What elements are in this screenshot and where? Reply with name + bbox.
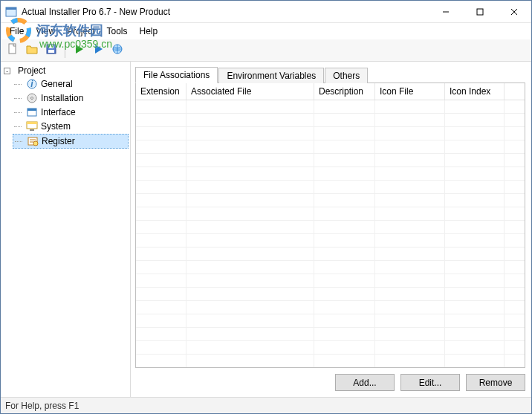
table-cell (375, 274, 445, 287)
table-cell (314, 261, 375, 274)
tree-item-register[interactable]: Register (13, 134, 129, 149)
tree-root-label: Project (18, 65, 45, 76)
table-row[interactable] (136, 114, 525, 127)
table-row[interactable] (136, 100, 525, 114)
add-button[interactable]: Add... (335, 374, 395, 391)
table-cell (314, 194, 375, 207)
tab-file-associations[interactable]: File Associations (135, 67, 218, 83)
menu-project[interactable]: Project (61, 25, 100, 38)
svg-rect-21 (30, 129, 34, 131)
column-icon-file[interactable]: Icon File (375, 83, 445, 100)
tree-item-label: System (41, 121, 71, 132)
table-body[interactable] (136, 100, 525, 367)
table-cell (445, 355, 505, 367)
table-cell (136, 154, 186, 166)
table-row[interactable] (136, 194, 525, 207)
tree-item-general[interactable]: iGeneral (13, 77, 129, 91)
main-panel: File AssociationsEnvironment VariablesOt… (131, 62, 531, 397)
play-blue-button[interactable] (89, 42, 107, 59)
table-cell (445, 100, 505, 113)
tree-children: iGeneralInstallationInterfaceSystemRegis… (2, 77, 129, 149)
remove-button[interactable]: Remove (466, 374, 525, 391)
save-button[interactable] (42, 42, 60, 59)
table-cell (136, 194, 186, 207)
table-buttons: Add... Edit... Remove (135, 368, 525, 392)
status-text: For Help, press F1 (5, 401, 79, 411)
table-cell (314, 207, 375, 220)
column-description[interactable]: Description (314, 83, 375, 100)
tree-item-label: Installation (41, 93, 83, 103)
titlebar: Actual Installer Pro 6.7 - New Product (1, 1, 531, 23)
tree-line (14, 126, 22, 127)
file-associations-table[interactable]: ExtensionAssociated FileDescriptionIcon … (135, 83, 525, 368)
svg-point-23 (33, 141, 38, 146)
tree-item-interface[interactable]: Interface (13, 106, 129, 119)
menu-tools[interactable]: Tools (101, 25, 134, 38)
table-row[interactable] (136, 274, 525, 288)
table-row[interactable] (136, 181, 525, 194)
project-tree[interactable]: - Project iGeneralInstallationInterfaceS… (1, 62, 131, 397)
tree-toggle[interactable]: - (4, 68, 10, 74)
table-row[interactable] (136, 261, 525, 274)
table-cell (186, 140, 314, 153)
edit-button[interactable]: Edit... (400, 374, 460, 391)
column-extension[interactable]: Extension (136, 83, 186, 100)
table-cell (136, 140, 186, 153)
table-cell (445, 314, 505, 327)
tree-item-installation[interactable]: Installation (13, 91, 129, 105)
table-row[interactable] (136, 355, 525, 367)
globe-button[interactable] (108, 42, 126, 59)
table-cell (314, 114, 375, 126)
table-cell (375, 248, 445, 260)
table-cell (314, 328, 375, 340)
table-cell (375, 194, 445, 207)
table-cell (136, 221, 186, 233)
table-row[interactable] (136, 288, 525, 301)
table-row[interactable] (136, 221, 525, 234)
info-icon: i (26, 78, 38, 90)
table-header: ExtensionAssociated FileDescriptionIcon … (136, 83, 525, 100)
table-cell (136, 314, 186, 327)
column-icon-index[interactable]: Icon Index (445, 83, 505, 100)
table-row[interactable] (136, 207, 525, 221)
svg-rect-8 (48, 50, 54, 53)
table-cell (136, 341, 186, 354)
menubar: FileViewProjectToolsHelp (1, 23, 531, 39)
table-cell (136, 234, 186, 247)
tab-environment-variables[interactable]: Environment Variables (218, 68, 324, 83)
table-cell (314, 100, 375, 113)
tab-others[interactable]: Others (325, 68, 368, 83)
maximize-button[interactable] (463, 1, 497, 22)
tree-root-project[interactable]: - Project (2, 65, 129, 77)
play-blue-icon (92, 43, 104, 57)
table-cell (314, 140, 375, 153)
table-cell (445, 341, 505, 354)
table-row[interactable] (136, 314, 525, 328)
table-row[interactable] (136, 167, 525, 181)
menu-view[interactable]: View (30, 25, 61, 38)
table-cell (375, 261, 445, 274)
svg-rect-6 (9, 44, 16, 54)
table-cell (375, 301, 445, 314)
menu-file[interactable]: File (4, 25, 30, 38)
svg-rect-9 (49, 45, 53, 48)
table-row[interactable] (136, 127, 525, 140)
new-file-button[interactable] (4, 42, 22, 59)
table-cell (375, 100, 445, 113)
menu-help[interactable]: Help (134, 25, 164, 38)
tree-item-system[interactable]: System (13, 120, 129, 133)
close-button[interactable] (497, 1, 531, 22)
table-row[interactable] (136, 154, 525, 167)
table-row[interactable] (136, 140, 525, 154)
table-cell (186, 261, 314, 274)
statusbar: For Help, press F1 (1, 397, 531, 413)
play-green-button[interactable] (70, 42, 88, 59)
column-associated-file[interactable]: Associated File (186, 83, 314, 100)
table-row[interactable] (136, 234, 525, 248)
table-row[interactable] (136, 328, 525, 341)
table-row[interactable] (136, 248, 525, 261)
minimize-button[interactable] (429, 1, 463, 22)
table-row[interactable] (136, 341, 525, 355)
open-folder-button[interactable] (23, 42, 41, 59)
table-row[interactable] (136, 301, 525, 314)
